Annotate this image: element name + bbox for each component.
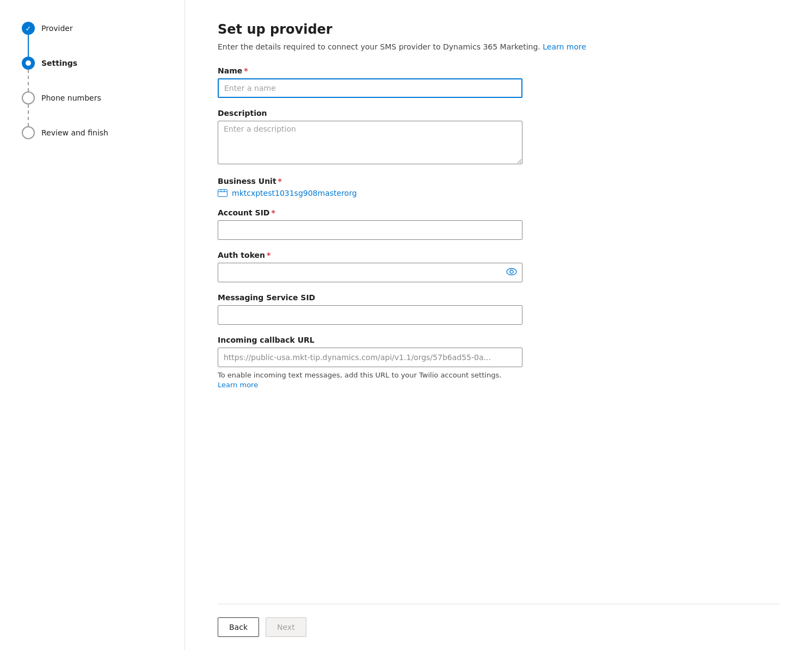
account-sid-label: Account SID* bbox=[218, 208, 779, 217]
step-label-phone: Phone numbers bbox=[41, 94, 101, 102]
business-unit-text: mktcxptest1031sg908masterorg bbox=[232, 189, 357, 197]
svg-point-2 bbox=[510, 270, 513, 274]
learn-more-link[interactable]: Learn more bbox=[543, 42, 586, 51]
business-unit-field: Business Unit* mktcxptest1031sg908master… bbox=[218, 177, 779, 197]
business-unit-value[interactable]: mktcxptest1031sg908masterorg bbox=[218, 189, 779, 197]
svg-point-1 bbox=[507, 269, 516, 275]
name-required: * bbox=[244, 66, 248, 75]
auth-token-input[interactable] bbox=[218, 263, 522, 282]
callback-hint-text: To enable incoming text messages, add th… bbox=[218, 371, 501, 379]
business-unit-icon bbox=[218, 189, 227, 197]
account-sid-required: * bbox=[271, 208, 275, 217]
incoming-callback-label: Incoming callback URL bbox=[218, 336, 779, 344]
main-content: Set up provider Enter the details requir… bbox=[185, 0, 812, 650]
step-settings: Settings bbox=[22, 57, 184, 70]
back-button[interactable]: Back bbox=[218, 617, 259, 637]
toggle-password-icon[interactable] bbox=[506, 268, 517, 277]
next-button[interactable]: Next bbox=[266, 617, 306, 637]
svg-rect-0 bbox=[218, 190, 227, 197]
step-phone-numbers: Phone numbers bbox=[22, 91, 184, 104]
step-label-review: Review and finish bbox=[41, 128, 108, 137]
sidebar: Provider Settings Phone numbers Review a… bbox=[0, 0, 185, 650]
business-unit-label: Business Unit* bbox=[218, 177, 779, 185]
messaging-service-sid-field: Messaging Service SID bbox=[218, 293, 779, 325]
description-input[interactable] bbox=[218, 121, 522, 164]
incoming-callback-field: Incoming callback URL To enable incoming… bbox=[218, 336, 779, 390]
step-review: Review and finish bbox=[22, 126, 184, 139]
step-label-provider: Provider bbox=[41, 24, 73, 33]
account-sid-field: Account SID* bbox=[218, 208, 779, 240]
description-label: Description bbox=[218, 109, 779, 117]
callback-hint: To enable incoming text messages, add th… bbox=[218, 370, 522, 390]
auth-token-label: Auth token* bbox=[218, 251, 779, 259]
footer: Back Next bbox=[218, 604, 779, 650]
step-provider: Provider bbox=[22, 22, 184, 35]
step-circle-provider bbox=[22, 22, 35, 35]
page-title: Set up provider bbox=[218, 22, 779, 37]
step-connector-2 bbox=[28, 70, 29, 91]
auth-token-required: * bbox=[267, 251, 270, 259]
description-field: Description bbox=[218, 109, 779, 166]
account-sid-input[interactable] bbox=[218, 220, 522, 240]
step-circle-settings bbox=[22, 57, 35, 70]
step-circle-review bbox=[22, 126, 35, 139]
form-section: Name* Description Business Unit* bbox=[218, 66, 779, 587]
incoming-callback-input[interactable] bbox=[218, 348, 522, 367]
auth-token-wrapper bbox=[218, 263, 522, 282]
name-label: Name* bbox=[218, 66, 779, 75]
step-connector-3 bbox=[28, 104, 29, 126]
messaging-service-sid-input[interactable] bbox=[218, 305, 522, 325]
step-circle-phone bbox=[22, 91, 35, 104]
page-description-text: Enter the details required to connect yo… bbox=[218, 42, 540, 51]
auth-token-field: Auth token* bbox=[218, 251, 779, 282]
step-label-settings: Settings bbox=[41, 59, 77, 67]
business-unit-required: * bbox=[278, 177, 282, 185]
callback-learn-more-link[interactable]: Learn more bbox=[218, 381, 258, 389]
step-connector-1 bbox=[28, 35, 29, 57]
messaging-service-sid-label: Messaging Service SID bbox=[218, 293, 779, 302]
name-input[interactable] bbox=[218, 78, 522, 98]
name-field: Name* bbox=[218, 66, 779, 98]
page-description: Enter the details required to connect yo… bbox=[218, 42, 779, 51]
